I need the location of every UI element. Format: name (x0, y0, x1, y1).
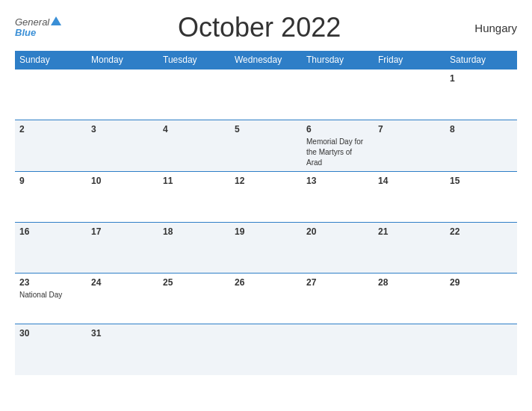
day-cell (158, 324, 230, 375)
day-cell (230, 324, 302, 375)
day-cell (374, 324, 445, 375)
day-number: 27 (306, 277, 369, 288)
day-cell (230, 69, 302, 120)
day-cell: 1 (445, 69, 517, 120)
week-row-3: 16171819202122 (15, 223, 517, 274)
day-number: 4 (163, 124, 226, 135)
day-number: 2 (19, 124, 82, 135)
day-cell: 19 (230, 223, 302, 274)
day-cell (302, 324, 374, 375)
calendar-wrapper: General Blue October 2022 Hungary Sunday… (0, 0, 532, 411)
day-cell: 3 (87, 120, 158, 172)
day-number: 11 (163, 176, 226, 186)
day-cell: 14 (374, 172, 445, 223)
day-number: 17 (91, 226, 154, 237)
day-cell: 10 (87, 172, 158, 223)
day-number: 29 (450, 277, 513, 288)
day-cell: 29 (445, 274, 517, 324)
day-number: 1 (450, 73, 513, 84)
day-number: 21 (378, 226, 441, 237)
header-tuesday: Tuesday (158, 51, 230, 69)
day-number: 18 (163, 226, 226, 237)
day-number: 19 (235, 226, 297, 237)
day-cell: 30 (15, 324, 87, 375)
day-cell: 8 (445, 120, 517, 172)
day-cell: 18 (158, 223, 230, 274)
logo-blue-text: Blue (15, 28, 36, 38)
header-friday: Friday (374, 51, 445, 69)
day-number: 24 (91, 277, 154, 288)
day-cell: 24 (87, 274, 158, 324)
day-cell (158, 69, 230, 120)
day-cell: 21 (374, 223, 445, 274)
day-cell: 20 (302, 223, 374, 274)
header-monday: Monday (87, 51, 158, 69)
day-number: 28 (378, 277, 441, 288)
calendar-header: General Blue October 2022 Hungary (15, 12, 517, 43)
day-cell: 13 (302, 172, 374, 223)
day-cell: 7 (374, 120, 445, 172)
logo-triangle-icon (51, 16, 61, 25)
week-row-1: 23456Memorial Day for the Martyrs of Ara… (15, 120, 517, 172)
day-number: 26 (235, 277, 297, 288)
day-cell (15, 69, 87, 120)
day-cell: 4 (158, 120, 230, 172)
event-label: Memorial Day for the Martyrs of Arad (306, 137, 363, 167)
day-number: 13 (306, 176, 369, 186)
event-label: National Day (19, 291, 62, 299)
day-cell: 27 (302, 274, 374, 324)
day-cell: 9 (15, 172, 87, 223)
day-number: 7 (378, 124, 441, 135)
day-number: 6 (306, 124, 369, 135)
day-number: 16 (19, 226, 82, 237)
day-cell: 23National Day (15, 274, 87, 324)
day-cell (87, 69, 158, 120)
day-number: 23 (19, 277, 82, 288)
header-sunday: Sunday (15, 51, 87, 69)
day-number: 10 (91, 176, 154, 186)
day-number: 15 (450, 176, 513, 186)
day-cell: 5 (230, 120, 302, 172)
day-cell (445, 324, 517, 375)
week-row-2: 9101112131415 (15, 172, 517, 223)
week-row-5: 3031 (15, 324, 517, 375)
day-number: 5 (235, 124, 297, 135)
day-cell (302, 69, 374, 120)
header-thursday: Thursday (302, 51, 374, 69)
day-cell: 15 (445, 172, 517, 223)
header-saturday: Saturday (445, 51, 517, 69)
day-cell: 2 (15, 120, 87, 172)
day-number: 12 (235, 176, 297, 186)
day-number: 25 (163, 277, 226, 288)
logo: General Blue (15, 17, 61, 39)
day-number: 9 (19, 176, 82, 186)
day-cell: 17 (87, 223, 158, 274)
day-cell: 22 (445, 223, 517, 274)
day-cell (374, 69, 445, 120)
day-cell: 28 (374, 274, 445, 324)
day-cell: 31 (87, 324, 158, 375)
day-cell: 16 (15, 223, 87, 274)
day-cell: 25 (158, 274, 230, 324)
day-cell: 6Memorial Day for the Martyrs of Arad (302, 120, 374, 172)
week-row-4: 23National Day242526272829 (15, 274, 517, 324)
day-number: 20 (306, 226, 369, 237)
day-number: 14 (378, 176, 441, 186)
day-cell: 11 (158, 172, 230, 223)
day-cell: 12 (230, 172, 302, 223)
logo-general-text: General (15, 17, 61, 28)
week-row-0: 1 (15, 69, 517, 120)
day-number: 3 (91, 124, 154, 135)
days-header-row: Sunday Monday Tuesday Wednesday Thursday… (15, 51, 517, 69)
day-number: 30 (19, 328, 82, 339)
day-number: 31 (91, 328, 154, 339)
country-label: Hungary (457, 22, 517, 34)
calendar-title: October 2022 (61, 12, 457, 43)
calendar-table: Sunday Monday Tuesday Wednesday Thursday… (15, 51, 517, 375)
day-cell: 26 (230, 274, 302, 324)
day-number: 22 (450, 226, 513, 237)
day-number: 8 (450, 124, 513, 135)
header-wednesday: Wednesday (230, 51, 302, 69)
